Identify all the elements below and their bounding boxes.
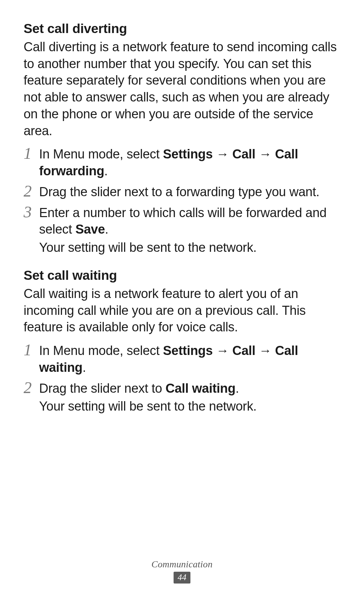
text: Your setting will be sent to the network…	[39, 398, 341, 415]
page: Set call diverting Call diverting is a n…	[0, 0, 364, 597]
text: .	[105, 222, 108, 236]
steps-call-waiting: 1 In Menu mode, select Settings → Call →…	[24, 342, 341, 416]
text: In Menu mode, select	[39, 344, 163, 358]
step-body: In Menu mode, select Settings → Call → C…	[39, 342, 341, 378]
text: .	[236, 381, 239, 395]
arrow-icon: →	[213, 147, 232, 161]
bold: Save	[75, 222, 105, 236]
footer-section-label: Communication	[0, 559, 364, 570]
step: 2 Drag the slider next to Call waiting. …	[24, 380, 341, 417]
text: .	[83, 360, 86, 375]
text: Your setting will be sent to the network…	[39, 239, 341, 256]
arrow-icon: →	[255, 344, 275, 358]
heading-call-diverting: Set call diverting	[24, 21, 341, 37]
steps-call-diverting: 1 In Menu mode, select Settings → Call →…	[24, 145, 341, 258]
step-number: 3	[24, 204, 39, 220]
bold: Settings	[163, 344, 213, 358]
text: In Menu mode, select	[39, 147, 163, 161]
text: Drag the slider next to	[39, 381, 165, 395]
arrow-icon: →	[255, 147, 275, 161]
step-body: Drag the slider next to a forwarding typ…	[39, 183, 341, 202]
bold: Settings	[163, 147, 213, 161]
text: .	[104, 164, 108, 178]
step-number: 1	[24, 342, 39, 358]
page-footer: Communication 44	[0, 559, 364, 584]
step-number: 1	[24, 145, 39, 161]
page-number-badge: 44	[174, 572, 190, 584]
body-call-waiting: Call waiting is a network feature to ale…	[24, 286, 341, 336]
step: 2 Drag the slider next to a forwarding t…	[24, 183, 341, 202]
step-number: 2	[24, 183, 39, 199]
arrow-icon: →	[213, 344, 232, 358]
step-number: 2	[24, 380, 39, 396]
step: 3 Enter a number to which calls will be …	[24, 204, 341, 258]
bold: Call	[232, 344, 255, 358]
heading-call-waiting: Set call waiting	[24, 268, 341, 283]
step-body: Drag the slider next to Call waiting. Yo…	[39, 380, 341, 417]
step-body: In Menu mode, select Settings → Call → C…	[39, 145, 341, 181]
bold: Call waiting	[165, 381, 236, 395]
text: Drag the slider next to a forwarding typ…	[39, 184, 341, 201]
step-body: Enter a number to which calls will be fo…	[39, 204, 341, 258]
body-call-diverting: Call diverting is a network feature to s…	[24, 39, 341, 140]
bold: Call	[232, 147, 255, 161]
step: 1 In Menu mode, select Settings → Call →…	[24, 342, 341, 378]
step: 1 In Menu mode, select Settings → Call →…	[24, 145, 341, 181]
